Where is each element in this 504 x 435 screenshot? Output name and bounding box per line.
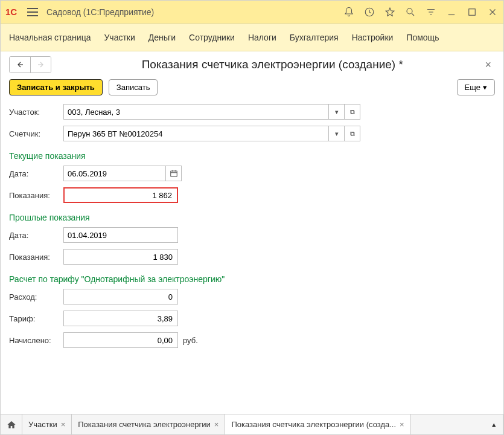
close-icon[interactable]: [486, 6, 499, 18]
menu-money[interactable]: Деньги: [148, 33, 176, 42]
home-tab[interactable]: [1, 414, 22, 434]
charged-label: Начислено:: [9, 336, 63, 345]
nav-buttons: [9, 56, 51, 73]
chevron-down-icon: ▾: [483, 83, 487, 92]
tab-readings-list[interactable]: Показания счетчика электроэнергии ×: [72, 414, 225, 434]
nav-back-button[interactable]: [10, 57, 30, 72]
app-title: Садовод (1С:Предприятие): [46, 7, 343, 17]
save-button[interactable]: Записать: [109, 79, 158, 95]
bottom-tabs: Участки × Показания счетчика электроэнер…: [1, 414, 503, 434]
tariff-section-title: Расчет по тарифу "Однотарифный за электр…: [9, 274, 495, 284]
current-date-row: Дата:: [9, 166, 495, 181]
menubar: Начальная страница Участки Деньги Сотруд…: [1, 24, 503, 51]
menu-settings[interactable]: Настройки: [352, 33, 394, 42]
menu-accounting[interactable]: Бухгалтерия: [290, 33, 339, 42]
star-icon[interactable]: [384, 6, 396, 18]
menu-plots[interactable]: Участки: [104, 33, 135, 42]
tab-close-icon[interactable]: ×: [214, 420, 219, 429]
more-button[interactable]: Еще ▾: [457, 79, 495, 95]
maximize-icon[interactable]: [466, 6, 478, 18]
toolbar: Записать и закрыть Записать Еще ▾: [9, 79, 495, 95]
meter-label: Счетчик:: [9, 129, 63, 138]
meter-dropdown-icon[interactable]: ▾: [329, 126, 345, 141]
prev-reading-row: Показания:: [9, 249, 495, 265]
save-close-button[interactable]: Записать и закрыть: [9, 79, 103, 95]
filter-icon[interactable]: [425, 6, 437, 18]
plot-row: Участок: ▾ ⧉: [9, 104, 495, 120]
tab-close-icon[interactable]: ×: [61, 420, 66, 429]
prev-date-label: Дата:: [9, 231, 63, 240]
form-title: Показания счетчика электроэнергии (созда…: [63, 58, 481, 71]
meter-row: Счетчик: ▾ ⧉: [9, 126, 495, 141]
tab-close-icon[interactable]: ×: [400, 420, 404, 429]
tariff-label: Тариф:: [9, 314, 63, 323]
history-icon[interactable]: [363, 6, 375, 18]
plot-dropdown-icon[interactable]: ▾: [329, 104, 345, 120]
prev-date-row: Дата:: [9, 227, 495, 243]
currency-unit: руб.: [183, 336, 198, 345]
more-label: Еще: [465, 83, 480, 92]
nav-forward-button[interactable]: [30, 57, 51, 72]
tariff-input[interactable]: [63, 311, 178, 326]
plot-open-icon[interactable]: ⧉: [345, 104, 360, 120]
prev-date-input[interactable]: [63, 227, 178, 243]
titlebar-icons: [343, 6, 499, 18]
svg-point-1: [407, 8, 412, 14]
tab-readings-create[interactable]: Показания счетчика электроэнергии (созда…: [225, 414, 410, 434]
consumption-label: Расход:: [9, 292, 63, 301]
charged-row: Начислено: руб.: [9, 332, 495, 348]
menu-staff[interactable]: Сотрудники: [189, 33, 235, 42]
tariff-row: Тариф:: [9, 311, 495, 326]
tabs-expand-button[interactable]: ▴: [485, 414, 503, 434]
form-area: Показания счетчика электроэнергии (созда…: [1, 51, 503, 414]
form-header: Показания счетчика электроэнергии (созда…: [9, 56, 495, 73]
prev-reading-input[interactable]: [63, 249, 178, 265]
current-reading-input[interactable]: [63, 187, 178, 203]
current-date-input[interactable]: [63, 166, 166, 181]
prev-reading-label: Показания:: [9, 253, 63, 262]
consumption-input[interactable]: [63, 289, 178, 304]
minimize-icon[interactable]: [445, 6, 458, 18]
consumption-row: Расход:: [9, 289, 495, 304]
menu-taxes[interactable]: Налоги: [248, 33, 276, 42]
tab-label: Участки: [28, 420, 57, 429]
meter-open-icon[interactable]: ⧉: [345, 126, 360, 141]
plot-input[interactable]: [63, 104, 329, 120]
calendar-icon[interactable]: [166, 166, 182, 181]
plot-label: Участок:: [9, 108, 63, 117]
search-icon[interactable]: [404, 6, 416, 18]
menu-help[interactable]: Помощь: [406, 33, 439, 42]
hamburger-icon[interactable]: [27, 8, 38, 16]
tab-plots[interactable]: Участки ×: [22, 414, 72, 434]
meter-input[interactable]: [63, 126, 329, 141]
svg-rect-2: [469, 8, 476, 15]
form-close-icon[interactable]: ×: [481, 59, 495, 71]
current-reading-label: Показания:: [9, 191, 63, 200]
current-date-label: Дата:: [9, 169, 63, 178]
titlebar: 1C Садовод (1С:Предприятие): [1, 1, 503, 24]
charged-input[interactable]: [63, 332, 178, 348]
current-reading-row: Показания:: [9, 187, 495, 203]
tab-label: Показания счетчика электроэнергии (созда…: [231, 420, 396, 429]
current-section-title: Текущие показания: [9, 151, 495, 161]
tab-label: Показания счетчика электроэнергии: [78, 420, 211, 429]
prev-section-title: Прошлые показания: [9, 213, 495, 222]
menu-home[interactable]: Начальная страница: [9, 33, 91, 42]
app-logo: 1C: [5, 6, 21, 18]
svg-rect-3: [170, 171, 177, 176]
bell-icon[interactable]: [343, 6, 355, 18]
